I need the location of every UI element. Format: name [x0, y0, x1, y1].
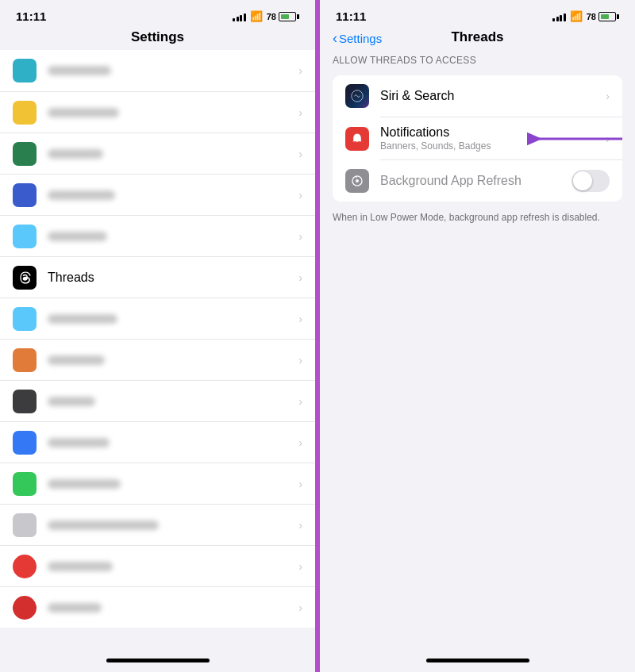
bg-refresh-item[interactable]: Background App Refresh: [333, 160, 622, 202]
left-status-icons: 📶 78: [233, 10, 299, 22]
right-page-title: Threads: [451, 29, 503, 44]
blurred-label: [48, 355, 294, 365]
app-icon-yellow: [13, 101, 37, 125]
chevron-icon: ›: [298, 601, 302, 614]
home-bar: [426, 659, 529, 662]
left-page-title: Settings: [131, 29, 184, 44]
blurred-label: [48, 66, 294, 75]
low-power-note: When in Low Power Mode, background app r…: [320, 208, 635, 231]
app-icon-green: [13, 472, 37, 496]
list-item[interactable]: ›: [0, 463, 315, 504]
list-item[interactable]: ›: [0, 421, 315, 463]
chevron-icon: ›: [298, 189, 302, 202]
blurred-label: [48, 314, 294, 324]
app-icon-orange: [13, 348, 37, 372]
app-icon-red2-circle: [13, 596, 37, 620]
app-icon-darkblue: [13, 183, 37, 207]
back-chevron-icon: ‹: [333, 30, 337, 47]
chevron-icon: ›: [298, 106, 302, 119]
right-home-indicator: [320, 648, 635, 672]
list-item[interactable]: ›: [0, 339, 315, 380]
right-status-bar: 11:11 📶 78: [320, 0, 635, 26]
siri-search-item[interactable]: Siri & Search ›: [333, 75, 622, 117]
battery-icon: 78: [267, 12, 299, 21]
home-indicator: [0, 648, 315, 672]
chevron-icon: ›: [298, 64, 302, 77]
blurred-label: [48, 562, 294, 571]
right-phone: 11:11 📶 78 ‹ Settings Threads: [318, 0, 635, 672]
chevron-icon: ›: [298, 271, 302, 284]
list-item[interactable]: ›: [0, 50, 315, 91]
toggle-thumb: [573, 171, 592, 190]
list-item[interactable]: ›: [0, 91, 315, 132]
blurred-label: [48, 438, 294, 447]
svg-point-2: [356, 179, 359, 182]
right-time: 11:11: [336, 10, 366, 23]
left-time: 11:11: [16, 10, 46, 23]
chevron-icon: ›: [298, 519, 302, 532]
left-settings-list[interactable]: › › ›: [0, 50, 315, 648]
siri-search-label: Siri & Search: [380, 89, 601, 103]
battery-icon: 78: [587, 12, 619, 21]
signal-icon: [552, 12, 566, 21]
blurred-label: [48, 232, 294, 241]
app-icon-darkgreen: [13, 142, 37, 166]
app-icon-dark: [13, 390, 37, 413]
chevron-icon: ›: [298, 395, 302, 408]
wifi-icon: 📶: [250, 10, 263, 22]
app-icon-blue: [13, 307, 37, 331]
chevron-icon: ›: [298, 230, 302, 243]
threads-list-item[interactable]: Threads ›: [0, 256, 315, 298]
chevron-icon: ›: [298, 354, 302, 367]
threads-label: Threads: [48, 271, 294, 285]
app-icon-red-circle: [13, 555, 37, 578]
bg-refresh-toggle[interactable]: [572, 170, 610, 192]
list-item[interactable]: ›: [0, 586, 315, 628]
left-phone: 11:11 📶 78 Settings: [0, 0, 318, 672]
threads-app-icon: [13, 266, 37, 290]
blurred-label: [48, 520, 294, 530]
signal-icon: [233, 12, 246, 21]
list-item[interactable]: ›: [0, 545, 315, 586]
notifications-label: Notifications: [380, 125, 601, 140]
threads-settings-group: Siri & Search › Notifications Banners, S…: [333, 75, 622, 202]
list-item[interactable]: ›: [0, 174, 315, 215]
blurred-label: [48, 397, 294, 406]
back-button[interactable]: ‹ Settings: [333, 30, 382, 47]
chevron-icon: ›: [298, 478, 302, 490]
notifications-sublabel: Banners, Sounds, Badges: [380, 140, 601, 152]
app-icon-gray3: [13, 513, 37, 537]
app-icon-lightblue: [13, 225, 37, 248]
app-icon-teal: [13, 59, 37, 83]
section-label: ALLOW THREADS TO ACCESS: [320, 50, 635, 69]
chevron-icon: ›: [606, 132, 610, 145]
blurred-label: [48, 190, 294, 200]
chevron-icon: ›: [298, 148, 302, 160]
notifications-item[interactable]: Notifications Banners, Sounds, Badges ›: [333, 117, 622, 159]
notifications-text-block: Notifications Banners, Sounds, Badges: [380, 125, 601, 152]
list-item[interactable]: ›: [0, 215, 315, 256]
list-item[interactable]: ›: [0, 504, 315, 545]
list-item[interactable]: ›: [0, 298, 315, 339]
blurred-label: [48, 149, 294, 159]
list-item[interactable]: ›: [0, 380, 315, 421]
chevron-icon: ›: [606, 90, 610, 102]
home-bar: [106, 659, 210, 662]
left-nav-bar: Settings: [0, 26, 315, 50]
list-item[interactable]: ›: [0, 132, 315, 174]
right-status-icons: 📶 78: [552, 10, 619, 22]
blurred-label: [48, 603, 294, 612]
bg-refresh-icon: [345, 169, 369, 193]
left-status-bar: 11:11 📶 78: [0, 0, 315, 26]
right-nav-bar: ‹ Settings Threads: [320, 26, 635, 50]
chevron-icon: ›: [298, 436, 302, 449]
wifi-icon: 📶: [570, 10, 583, 22]
bg-refresh-label: Background App Refresh: [380, 174, 572, 188]
right-content: ALLOW THREADS TO ACCESS Siri & Search ›: [320, 50, 635, 648]
siri-icon: [345, 84, 369, 108]
app-icon-blue2: [13, 431, 37, 455]
blurred-label: [48, 108, 294, 117]
back-label: Settings: [339, 32, 382, 45]
chevron-icon: ›: [298, 313, 302, 325]
blurred-label: [48, 479, 294, 489]
